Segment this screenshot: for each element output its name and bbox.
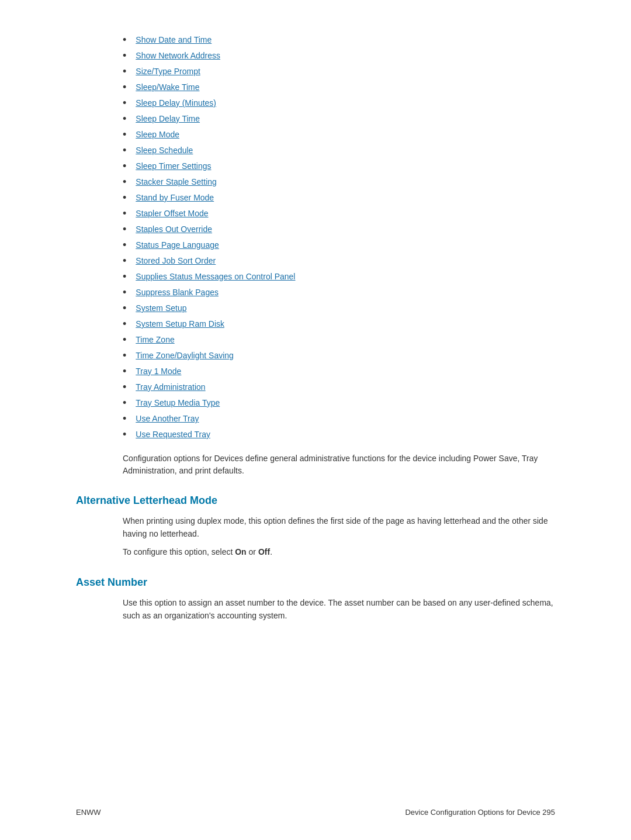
bullet-icon: •: [123, 176, 126, 188]
list-item-link[interactable]: Tray Setup Media Type: [136, 398, 220, 407]
footer-right: Device Configuration Options for Device …: [405, 808, 555, 817]
section-paragraph: To configure this option, select On or O…: [123, 546, 555, 559]
page-container: •Show Date and Time•Show Network Address…: [0, 0, 631, 686]
list-item-link[interactable]: System Setup Ram Disk: [136, 319, 224, 329]
bullet-icon: •: [123, 65, 126, 78]
list-item-link[interactable]: Sleep Mode: [136, 130, 179, 139]
list-item-link[interactable]: Staples Out Override: [136, 224, 212, 234]
bullet-icon: •: [123, 365, 126, 378]
section-paragraph: Use this option to assign an asset numbe…: [123, 597, 555, 622]
bullet-icon: •: [123, 223, 126, 236]
list-item: •Stapler Offset Mode: [123, 209, 555, 220]
bullet-icon: •: [123, 397, 126, 409]
section-block-asset-number: Asset NumberUse this option to assign an…: [76, 576, 555, 622]
list-item-link[interactable]: Use Requested Tray: [136, 430, 210, 439]
list-item: •Sleep Delay Time: [123, 114, 555, 125]
list-item-link[interactable]: Show Date and Time: [136, 35, 212, 44]
bullet-icon: •: [123, 286, 126, 299]
bullet-icon: •: [123, 97, 126, 109]
list-item-link[interactable]: Sleep Delay Time: [136, 114, 200, 123]
bullet-icon: •: [123, 192, 126, 204]
list-item-link[interactable]: Sleep/Wake Time: [136, 82, 199, 92]
bullet-icon: •: [123, 350, 126, 362]
list-item-link[interactable]: Supplies Status Messages on Control Pane…: [136, 272, 295, 281]
list-item: •Show Date and Time: [123, 35, 555, 46]
list-item-link[interactable]: Size/Type Prompt: [136, 67, 200, 76]
bullet-icon: •: [123, 81, 126, 94]
bullet-icon: •: [123, 255, 126, 267]
list-item-link[interactable]: Stacker Staple Setting: [136, 177, 217, 186]
list-item: •Time Zone/Daylight Saving: [123, 351, 555, 362]
list-item-link[interactable]: Time Zone: [136, 335, 174, 344]
bullet-icon: •: [123, 144, 126, 157]
list-item-link[interactable]: Sleep Timer Settings: [136, 161, 211, 171]
list-item: •Tray 1 Mode: [123, 367, 555, 378]
list-item: •Stored Job Sort Order: [123, 256, 555, 267]
footer-left: ENWW: [76, 808, 101, 817]
main-bullet-list: •Show Date and Time•Show Network Address…: [123, 35, 555, 441]
bullet-icon: •: [123, 318, 126, 330]
list-item-link[interactable]: Sleep Delay (Minutes): [136, 98, 216, 108]
list-item: •Supplies Status Messages on Control Pan…: [123, 272, 555, 283]
bullet-icon: •: [123, 334, 126, 346]
bullet-icon: •: [123, 428, 126, 441]
list-item-link[interactable]: Tray Administration: [136, 382, 205, 392]
list-item: •Status Page Language: [123, 240, 555, 251]
section-heading: Asset Number: [76, 576, 555, 589]
list-item: •Stand by Fuser Mode: [123, 193, 555, 204]
bullet-icon: •: [123, 160, 126, 172]
section-block-alternative-letterhead-mode: Alternative Letterhead ModeWhen printing…: [76, 495, 555, 559]
list-item-link[interactable]: Sleep Schedule: [136, 146, 193, 155]
bullet-icon: •: [123, 302, 126, 314]
list-item: •System Setup: [123, 303, 555, 314]
list-item: •Staples Out Override: [123, 224, 555, 236]
list-item-link[interactable]: Use Another Tray: [136, 414, 199, 423]
list-item-link[interactable]: Tray 1 Mode: [136, 367, 181, 376]
list-item: •Sleep Timer Settings: [123, 161, 555, 172]
list-item: •Sleep Delay (Minutes): [123, 98, 555, 109]
bullet-icon: •: [123, 239, 126, 251]
list-item-link[interactable]: Status Page Language: [136, 240, 219, 250]
bullet-icon: •: [123, 34, 126, 46]
list-item: •Stacker Staple Setting: [123, 177, 555, 188]
section-paragraph: When printing using duplex mode, this op…: [123, 515, 555, 540]
section-heading: Alternative Letterhead Mode: [76, 495, 555, 507]
description-text: Configuration options for Devices define…: [123, 452, 555, 477]
bullet-icon: •: [123, 208, 126, 220]
list-item-link[interactable]: Stored Job Sort Order: [136, 256, 216, 265]
bullet-icon: •: [123, 129, 126, 141]
bullet-icon: •: [123, 113, 126, 125]
section-body: When printing using duplex mode, this op…: [123, 515, 555, 559]
section-body: Use this option to assign an asset numbe…: [123, 597, 555, 622]
page-footer: ENWW Device Configuration Options for De…: [76, 808, 555, 817]
list-item: •Use Another Tray: [123, 414, 555, 425]
bullet-icon: •: [123, 381, 126, 393]
list-item: •Sleep/Wake Time: [123, 82, 555, 94]
bullet-icon: •: [123, 271, 126, 283]
list-item: •Suppress Blank Pages: [123, 288, 555, 299]
list-item-link[interactable]: Stand by Fuser Mode: [136, 193, 214, 202]
list-item: •Show Network Address: [123, 51, 555, 62]
bullet-icon: •: [123, 50, 126, 62]
list-item-link[interactable]: Suppress Blank Pages: [136, 288, 219, 297]
list-item: •System Setup Ram Disk: [123, 319, 555, 330]
list-item: •Sleep Mode: [123, 130, 555, 141]
list-item-link[interactable]: Stapler Offset Mode: [136, 209, 208, 218]
list-item: •Tray Setup Media Type: [123, 398, 555, 409]
list-item-link[interactable]: System Setup: [136, 303, 186, 313]
list-item-link[interactable]: Show Network Address: [136, 51, 220, 60]
list-item: •Size/Type Prompt: [123, 67, 555, 78]
list-item: •Time Zone: [123, 335, 555, 346]
list-item: •Use Requested Tray: [123, 430, 555, 441]
list-item: •Sleep Schedule: [123, 146, 555, 157]
bullet-icon: •: [123, 413, 126, 425]
list-item-link[interactable]: Time Zone/Daylight Saving: [136, 351, 234, 360]
list-item: •Tray Administration: [123, 382, 555, 393]
